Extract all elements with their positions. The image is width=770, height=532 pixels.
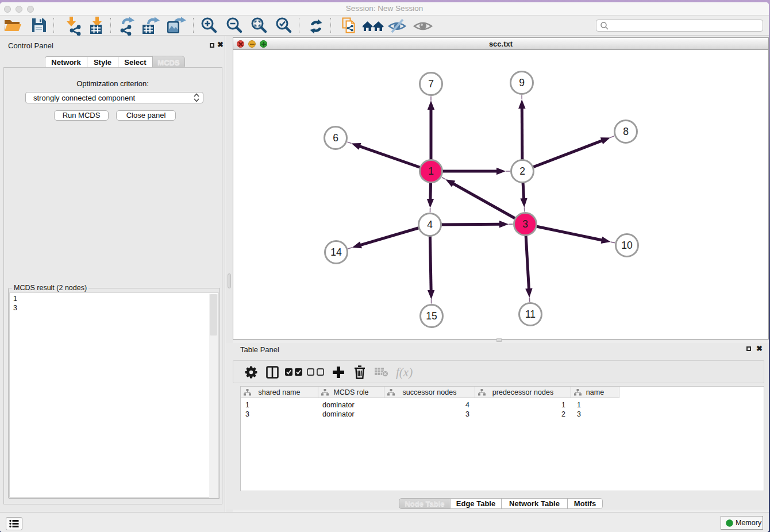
svg-text:1: 1 — [428, 165, 434, 177]
svg-text:7: 7 — [428, 78, 434, 90]
svg-text:3: 3 — [522, 218, 528, 230]
svg-text:2: 2 — [519, 165, 525, 177]
svg-text:4: 4 — [427, 219, 433, 230]
svg-text:11: 11 — [525, 309, 536, 320]
svg-text:10: 10 — [621, 240, 633, 251]
svg-text:14: 14 — [330, 246, 342, 258]
svg-text:9: 9 — [519, 77, 525, 88]
svg-text:8: 8 — [623, 126, 629, 137]
svg-text:15: 15 — [426, 310, 437, 322]
svg-text:6: 6 — [333, 132, 338, 144]
